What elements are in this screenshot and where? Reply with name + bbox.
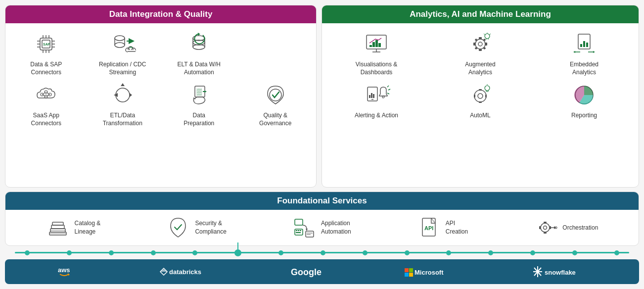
- svg-rect-120: [539, 226, 541, 229]
- svg-text:aws: aws: [58, 266, 70, 274]
- timeline-line: [15, 252, 629, 253]
- top-row: Data Integration & Quality: [5, 5, 639, 188]
- visualisations-icon: [363, 30, 390, 58]
- svg-rect-132: [409, 268, 413, 272]
- security-compliance-label: Security &Compliance: [195, 219, 226, 236]
- analytics-header: Analytics, AI and Machine Learning: [322, 5, 639, 23]
- item-api-creation: API APICreation: [417, 216, 468, 240]
- svg-line-85: [387, 93, 389, 94]
- replication-cdc-icon: [109, 30, 137, 58]
- data-preparation-icon: 1010 1010 1010: [185, 81, 213, 109]
- foundational-panel: Foundational Services Catalog &Lineage: [5, 192, 639, 246]
- svg-marker-75: [593, 51, 595, 53]
- item-quality-governance: Quality &Governance: [240, 81, 312, 127]
- svg-rect-131: [405, 268, 409, 272]
- timeline-dot: [614, 250, 619, 255]
- visualisations-label: Visualisations &Dashboards: [356, 61, 398, 76]
- alerting-action-icon: [363, 81, 390, 109]
- svg-rect-119: [544, 232, 547, 234]
- svg-rect-51: [372, 42, 375, 47]
- api-creation-icon: API: [417, 216, 441, 240]
- partner-microsoft: Microsoft: [404, 264, 458, 279]
- svg-line-36: [42, 95, 46, 96]
- svg-rect-89: [479, 101, 482, 103]
- svg-marker-40: [121, 83, 125, 86]
- data-integration-header: Data Integration & Quality: [5, 5, 316, 23]
- timeline-dots: [25, 249, 619, 256]
- svg-rect-63: [475, 47, 478, 50]
- svg-rect-61: [483, 47, 486, 50]
- reporting-icon: [570, 81, 598, 109]
- timeline-dot: [405, 250, 410, 255]
- svg-line-37: [46, 95, 50, 96]
- svg-rect-90: [474, 95, 475, 97]
- svg-text:databricks: databricks: [169, 268, 201, 276]
- timeline-dot-main: [234, 249, 241, 256]
- svg-rect-121: [550, 226, 551, 229]
- partner-snowflake: snowflake: [533, 264, 587, 279]
- embedded-analytics-icon: [570, 30, 598, 58]
- item-automl: AutoML: [431, 81, 530, 120]
- svg-point-15: [115, 36, 125, 41]
- timeline-dot: [321, 250, 325, 255]
- orchestration-label: Orchestration: [562, 224, 598, 232]
- svg-point-54: [475, 39, 485, 49]
- automl-label: AutoML: [470, 112, 490, 120]
- svg-rect-52: [375, 40, 378, 47]
- timeline-dot: [67, 250, 72, 255]
- svg-text:SAP: SAP: [43, 43, 50, 46]
- svg-rect-108: [296, 232, 301, 233]
- partner-aws: aws: [57, 264, 82, 279]
- timeline-dot: [488, 250, 493, 255]
- analytics-panel: Analytics, AI and Machine Learning: [322, 5, 639, 188]
- svg-rect-91: [485, 95, 487, 97]
- reporting-label: Reporting: [571, 112, 597, 120]
- alerting-action-label: Alerting & Action: [355, 112, 398, 120]
- timeline-dot: [446, 250, 451, 255]
- partner-google: Google: [290, 264, 329, 279]
- svg-marker-45: [205, 91, 207, 93]
- orchestration-icon: [534, 216, 557, 240]
- partners-row: aws databricks Google Microsoft: [5, 259, 639, 284]
- svg-point-55: [478, 42, 482, 46]
- data-sap-label: Data & SAPConnectors: [30, 61, 62, 76]
- svg-text:snowflake: snowflake: [545, 269, 576, 276]
- timeline-dot: [363, 250, 368, 255]
- svg-rect-80: [373, 94, 374, 98]
- svg-line-69: [484, 34, 485, 35]
- svg-rect-110: [306, 231, 314, 237]
- svg-rect-118: [544, 222, 547, 223]
- svg-point-18: [115, 43, 125, 48]
- svg-point-117: [544, 226, 547, 230]
- item-visualisations: Visualisations &Dashboards: [327, 30, 426, 76]
- item-orchestration: Orchestration: [534, 216, 598, 240]
- item-reporting: Reporting: [535, 81, 634, 120]
- svg-point-86: [474, 90, 486, 102]
- svg-rect-71: [580, 44, 582, 47]
- item-elt-data: ELT & Data W/HAutomation: [163, 30, 235, 76]
- item-data-sap: SAP Data & SAPConnectors: [10, 30, 82, 76]
- data-integration-panel: Data Integration & Quality: [5, 5, 317, 188]
- svg-rect-73: [586, 43, 588, 47]
- svg-text:Google: Google: [291, 267, 322, 277]
- timeline-dot: [109, 250, 114, 255]
- svg-marker-29: [198, 33, 200, 36]
- app-automation-icon: [292, 216, 316, 240]
- augmented-analytics-label: AugmentedAnalytics: [465, 61, 495, 76]
- svg-rect-100: [52, 222, 63, 225]
- item-app-automation: ApplicationAutomation: [292, 216, 351, 240]
- timeline-dot: [25, 250, 30, 255]
- svg-rect-106: [298, 230, 299, 231]
- item-alerting-action: Alerting & Action: [327, 81, 426, 120]
- timeline-dot: [151, 250, 156, 255]
- timeline-dot: [278, 250, 283, 255]
- svg-text:API: API: [424, 225, 433, 231]
- svg-marker-114: [431, 218, 435, 223]
- svg-marker-74: [573, 51, 575, 53]
- svg-point-64: [485, 34, 490, 39]
- svg-rect-134: [409, 273, 413, 277]
- security-compliance-icon: [166, 216, 190, 240]
- foundational-body: Catalog &Lineage Security &Compliance: [5, 210, 639, 245]
- quality-governance-icon: [262, 81, 289, 109]
- replication-cdc-label: Replication / CDCStreaming: [99, 61, 146, 76]
